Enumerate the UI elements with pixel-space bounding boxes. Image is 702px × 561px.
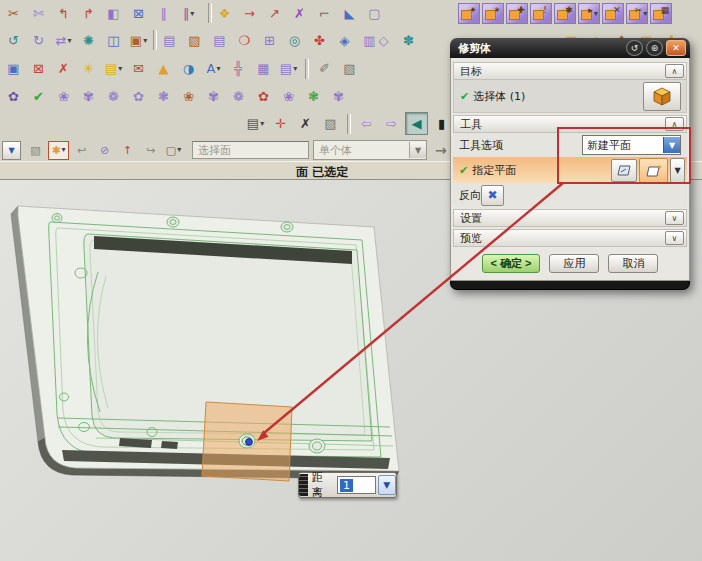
toolbar-icon[interactable]: ▧ <box>319 112 342 135</box>
toolbar-icon[interactable]: ▧ <box>25 141 46 160</box>
specify-plane-row[interactable]: ✔ 指定平面 ✦ ▼ <box>453 157 687 183</box>
toolbar-icon[interactable]: ▣▾ <box>127 29 150 52</box>
toolbar-icon[interactable]: ↗ <box>263 2 286 25</box>
toolbar-icon[interactable]: ❀ <box>177 85 200 108</box>
toolbar-icon[interactable]: ▸▾ <box>578 3 600 24</box>
toolbar-icon[interactable]: ◧ <box>102 2 125 25</box>
toolbar-icon[interactable]: ◫ <box>102 29 125 52</box>
toolbar-icon[interactable]: ▣ <box>2 57 25 80</box>
toolbar-icon[interactable]: ↰ <box>52 2 75 25</box>
toolbar-icon[interactable]: ✦ <box>458 3 480 24</box>
toolbar-icon[interactable]: ↻ <box>27 29 50 52</box>
toolbar-icon[interactable]: ✗ <box>288 2 311 25</box>
toolbar-icon[interactable]: ▤ <box>158 29 181 52</box>
toolbar-icon[interactable]: ✄ <box>27 2 50 25</box>
apply-button[interactable]: 应用 <box>549 254 599 273</box>
reset-icon[interactable]: ↺ <box>626 40 643 56</box>
section-header-settings[interactable]: 设置 ∨ <box>453 209 687 227</box>
toolbar-icon[interactable]: ✚ <box>506 3 528 24</box>
toolbar-icon[interactable]: ✕ <box>602 3 624 24</box>
dropdown-arrow-icon[interactable]: ▾ <box>190 10 194 18</box>
toolbar-icon[interactable]: ❀ <box>277 85 300 108</box>
toolbar-icon[interactable]: ❁ <box>102 85 125 108</box>
toolbar-icon[interactable]: ✂▾ <box>626 3 648 24</box>
toolbar-icon[interactable]: ❃ <box>152 85 175 108</box>
section-header-tool[interactable]: 工具 ∧ <box>453 115 687 133</box>
toolbar-icon[interactable]: ✾ <box>77 85 100 108</box>
close-icon[interactable]: ✕ <box>666 40 686 56</box>
toolbar-icon[interactable]: ↑ <box>117 141 138 160</box>
tool-option-combo[interactable]: 新建平面 ▼ <box>582 135 681 155</box>
toolbar-icon[interactable]: ❖ <box>213 2 236 25</box>
dropdown-arrow-icon[interactable]: ▾ <box>260 120 264 128</box>
toolbar-icon[interactable]: → <box>238 2 261 25</box>
toolbar-icon[interactable]: ↱ <box>77 2 100 25</box>
toolbar-icon[interactable]: ✿ <box>252 85 275 108</box>
toolbar-icon[interactable]: ✗ <box>52 57 75 80</box>
toolbar-icon[interactable]: ⊞ <box>258 29 281 52</box>
distance-input[interactable]: 1 <box>337 476 376 494</box>
toolbar-icon[interactable]: ✿ <box>2 85 25 108</box>
select-body-button[interactable] <box>643 82 681 111</box>
toolbar-icon[interactable]: ◑ <box>177 57 200 80</box>
toolbar-icon[interactable]: ▤▾ <box>244 112 267 135</box>
toolbar-icon[interactable]: ↩ <box>71 141 92 160</box>
toolbar-icon[interactable]: ∥▾ <box>177 2 200 25</box>
toolbar-icon[interactable]: ╬ <box>227 57 250 80</box>
toolbar-icon[interactable]: ✔ <box>27 85 50 108</box>
dropdown-arrow-icon[interactable]: ▾ <box>143 37 147 45</box>
dropdown-arrow-icon[interactable]: ▾ <box>643 10 647 18</box>
toolbar-icon[interactable]: ∥ <box>152 2 175 25</box>
toolbar-icon[interactable]: ◣ <box>338 2 361 25</box>
toolbar-icon[interactable]: ⇄▾ <box>52 29 75 52</box>
section-header-preview[interactable]: 预览 ∨ <box>453 229 687 247</box>
toolbar-icon[interactable]: ❁ <box>227 85 250 108</box>
toolbar-icon[interactable]: ⌐ <box>313 2 336 25</box>
toolbar-icon[interactable]: ⊘ <box>94 141 115 160</box>
toolbar-icon[interactable]: ✽ <box>397 29 420 52</box>
dropdown-arrow-icon[interactable]: ▾ <box>67 37 71 45</box>
drag-grip[interactable] <box>299 474 308 496</box>
toolbar-icon[interactable]: ▧ <box>183 29 206 52</box>
go-arrow-icon[interactable]: → <box>435 142 447 158</box>
toolbar-icon[interactable]: ◀ <box>405 112 428 135</box>
toolbar-icon[interactable]: A▾ <box>202 57 225 80</box>
toolbar-icon[interactable]: ↪ <box>140 141 161 160</box>
cancel-button[interactable]: 取消 <box>608 254 658 273</box>
collapse-chevron-icon[interactable]: ∧ <box>665 64 684 78</box>
toolbar-icon[interactable]: ▤ <box>208 29 231 52</box>
plane-dialog-button[interactable] <box>611 159 637 182</box>
toolbar-icon[interactable]: ↺ <box>2 29 25 52</box>
dropdown-arrow-icon[interactable]: ▾ <box>177 146 181 154</box>
ok-button[interactable]: < 确定 > <box>482 254 541 273</box>
collapse-chevron-icon[interactable]: ∧ <box>665 117 684 131</box>
toolbar-icon[interactable]: ✺ <box>77 29 100 52</box>
dropdown-arrow-icon[interactable]: ▾ <box>118 65 122 73</box>
reverse-direction-button[interactable]: ✖ <box>481 185 504 206</box>
toolbar-icon[interactable]: ▧ <box>338 57 361 80</box>
toolbar-icon[interactable]: ▦ <box>252 57 275 80</box>
expand-chevron-icon[interactable]: ∨ <box>665 211 684 225</box>
toolbar-icon[interactable]: ✐ <box>313 57 336 80</box>
chevron-down-icon[interactable]: ▼ <box>409 142 426 158</box>
inferred-plane-button[interactable]: ✦ <box>639 158 668 183</box>
distance-spinner-button[interactable]: ▼ <box>378 475 396 495</box>
toolbar-icon[interactable]: ✱ <box>554 3 576 24</box>
dropdown-arrow-icon[interactable]: ▾ <box>216 65 220 73</box>
toolbar-icon[interactable]: ❍ <box>233 29 256 52</box>
toolbar-icon[interactable]: ✾ <box>327 85 350 108</box>
toolbar-icon[interactable]: ✱▾ <box>48 141 69 160</box>
selection-dropdown-button[interactable]: ▼ <box>2 141 21 160</box>
toolbar-icon[interactable]: ✾ <box>202 85 225 108</box>
toolbar-icon[interactable]: ⊠ <box>127 2 150 25</box>
toolbar-icon[interactable]: ✗ <box>294 112 317 135</box>
toolbar-icon[interactable]: ▲ <box>152 57 175 80</box>
toolbar-icon[interactable]: ⊠ <box>27 57 50 80</box>
dropdown-arrow-icon[interactable]: ▾ <box>594 10 598 18</box>
toolbar-icon[interactable]: ✛ <box>269 112 292 135</box>
toolbar-icon[interactable]: ▤▾ <box>277 57 300 80</box>
toolbar-icon[interactable]: ! <box>530 3 552 24</box>
options-gear-icon[interactable]: ⊛ <box>646 40 663 56</box>
toolbar-icon[interactable]: ▢ <box>363 2 386 25</box>
selection-scope-combo[interactable]: 单个体 ▼ <box>313 140 427 160</box>
